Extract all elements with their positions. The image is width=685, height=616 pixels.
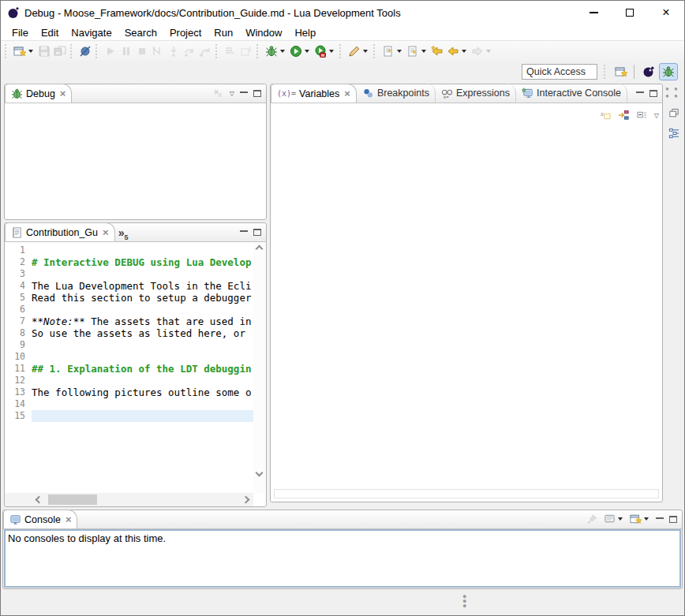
save-button (36, 43, 52, 60)
debug-maximize-button[interactable] (253, 90, 261, 97)
line-number[interactable]: 6 (5, 304, 32, 315)
menu-project[interactable]: Project (163, 25, 208, 40)
last-edit-location-button[interactable] (429, 43, 445, 60)
tab-debug[interactable]: Debug × (5, 84, 72, 103)
line-number[interactable]: 15 (5, 410, 32, 422)
pin-console-button (586, 513, 598, 525)
editor-maximize-button[interactable] (253, 229, 261, 236)
variables-view-body[interactable] (271, 103, 662, 502)
open-console-button[interactable] (630, 513, 650, 525)
menu-search[interactable]: Search (118, 25, 163, 40)
perspective-bar-handle[interactable] (604, 65, 608, 79)
skip-all-breakpoints-button[interactable] (77, 43, 93, 60)
next-annotation-button[interactable] (380, 43, 405, 60)
minimize-window-button[interactable] (575, 1, 612, 24)
tab-close-icon[interactable]: × (344, 88, 350, 99)
variables-minimize-button[interactable] (636, 91, 644, 93)
scroll-right-icon[interactable] (242, 496, 250, 504)
debug-button[interactable] (264, 43, 288, 60)
open-perspective-button[interactable] (612, 63, 630, 80)
back-button-dropdown-icon[interactable] (462, 50, 466, 53)
new-wizard-button[interactable] (12, 43, 36, 60)
line-number[interactable]: 10 (5, 351, 32, 363)
editor-horizontal-scrollbar[interactable] (5, 493, 253, 506)
console-body[interactable]: No consoles to display at this time. (4, 529, 681, 588)
forward-button-dropdown-icon[interactable] (486, 50, 491, 53)
tab-variables[interactable]: (x)=Variables× (271, 84, 357, 103)
new-wizard-button-dropdown-icon[interactable] (28, 50, 33, 53)
tab-breakpoints[interactable]: Breakpoints (357, 84, 436, 103)
close-window-button[interactable]: × (648, 1, 684, 24)
editor-line: 11## 1. Explanation of the LDT debuggin (5, 363, 253, 375)
debug-perspective-button[interactable] (659, 63, 678, 80)
show-logical-structures-button[interactable] (618, 110, 630, 121)
tab-contribution-guide[interactable]: Contribution_Gu × (5, 222, 115, 241)
debug-view-menu-button[interactable]: ▽ (230, 90, 234, 97)
editor-minimize-button[interactable] (240, 230, 248, 232)
line-number[interactable]: 9 (5, 339, 32, 351)
line-number[interactable]: 5 (5, 292, 32, 304)
line-number[interactable]: 1 (5, 245, 32, 256)
run-button[interactable] (288, 43, 313, 60)
variables-maximize-button[interactable] (649, 90, 657, 97)
external-tools-button[interactable] (346, 43, 371, 60)
variables-horizontal-scrollbar[interactable] (274, 489, 659, 498)
line-number[interactable]: 13 (5, 386, 32, 398)
back-button[interactable] (445, 43, 470, 60)
debug-minimize-button[interactable] (240, 91, 248, 93)
statusbar-drag-handle[interactable]: ●●● (462, 594, 466, 608)
next-annotation-button-dropdown-icon[interactable] (397, 50, 402, 53)
display-console-icon (604, 513, 616, 525)
display-selected-console-button[interactable] (604, 513, 624, 525)
line-number[interactable]: 8 (5, 327, 32, 339)
line-number[interactable]: 12 (5, 375, 32, 386)
debug-tab-close-icon[interactable]: × (60, 88, 66, 99)
menu-run[interactable]: Run (208, 25, 239, 40)
horizontal-scroll-thumb[interactable] (48, 495, 97, 505)
lua-perspective-button[interactable] (640, 63, 657, 80)
restore-view-button[interactable] (668, 107, 680, 119)
external-tools-button-dropdown-icon[interactable] (363, 50, 368, 53)
tab-console[interactable]: Console × (3, 510, 77, 528)
console-tab-close-icon[interactable]: × (66, 514, 72, 525)
previous-annotation-button-dropdown-icon[interactable] (421, 50, 426, 53)
line-number[interactable]: 2 (5, 256, 32, 268)
scroll-left-icon[interactable] (36, 496, 43, 504)
collapse-all-button[interactable] (636, 110, 648, 121)
line-number[interactable]: 14 (5, 398, 32, 410)
tab-expressions[interactable]: x=Expressions (436, 84, 516, 103)
profile-button[interactable] (313, 43, 337, 60)
scroll-down-icon[interactable] (256, 469, 264, 477)
maximize-window-button[interactable] (612, 1, 648, 24)
minimized-view-rail: ● ● ● ● (665, 84, 683, 502)
quick-access-input[interactable] (522, 64, 597, 80)
tab-interactive-console[interactable]: Interactive Console (516, 84, 627, 103)
editor-tab-close-icon[interactable]: × (103, 227, 109, 237)
scroll-up-icon[interactable] (256, 245, 264, 253)
profile-button-dropdown-icon[interactable] (329, 50, 334, 53)
line-number[interactable]: 7 (5, 315, 32, 327)
outline-view-button[interactable] (668, 127, 680, 139)
menu-help[interactable]: Help (288, 25, 322, 40)
menu-file[interactable]: File (6, 25, 35, 40)
menu-window[interactable]: Window (239, 25, 288, 40)
line-number[interactable]: 3 (5, 268, 32, 280)
debug-button-dropdown-icon[interactable] (280, 50, 285, 53)
hidden-editors-chevron[interactable]: »5 (115, 226, 132, 241)
line-number[interactable]: 11 (5, 363, 32, 375)
menu-edit[interactable]: Edit (35, 25, 65, 40)
debug-view-body[interactable] (5, 103, 266, 219)
menu-navigate[interactable]: Navigate (65, 25, 118, 40)
previous-annotation-button[interactable] (405, 43, 429, 60)
editor-vertical-scrollbar[interactable] (253, 242, 266, 493)
toolbar-group-handle (5, 44, 9, 58)
rail-drag-handle[interactable]: ● ● ● ● (665, 85, 683, 99)
editor-tab-label: Contribution_Gu (26, 227, 98, 238)
show-type-names-button[interactable]: x (600, 110, 612, 121)
editor-code-area[interactable]: 12# Interactive DEBUG using Lua Develop3… (5, 242, 253, 493)
line-number[interactable]: 4 (5, 280, 32, 292)
console-maximize-button[interactable] (669, 516, 677, 523)
variables-view-menu-button[interactable]: ▽ (654, 112, 659, 119)
console-minimize-button[interactable] (656, 517, 664, 519)
run-button-dropdown-icon[interactable] (305, 50, 309, 53)
